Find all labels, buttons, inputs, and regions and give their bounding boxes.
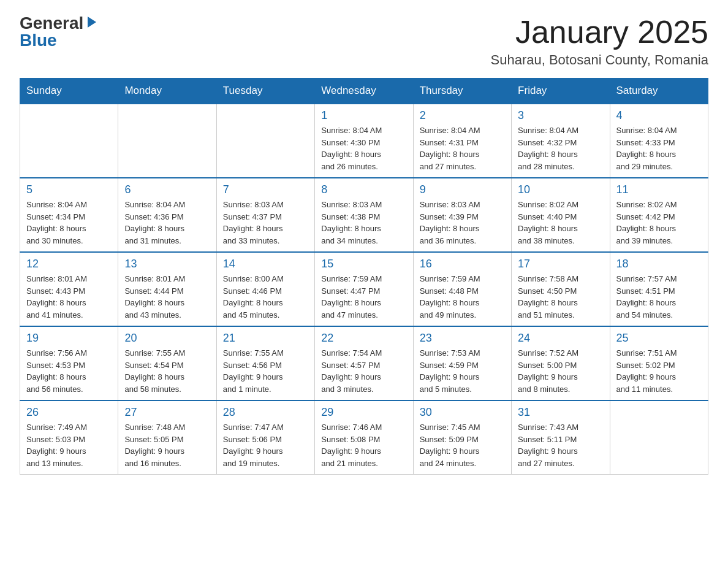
day-number: 10: [518, 183, 603, 196]
day-info: Sunrise: 7:59 AM Sunset: 4:47 PM Dayligh…: [321, 273, 406, 321]
day-info: Sunrise: 8:03 AM Sunset: 4:38 PM Dayligh…: [321, 199, 406, 247]
calendar-day-cell: 9Sunrise: 8:03 AM Sunset: 4:39 PM Daylig…: [413, 178, 511, 252]
day-info: Sunrise: 7:56 AM Sunset: 4:53 PM Dayligh…: [26, 347, 112, 395]
day-info: Sunrise: 7:47 AM Sunset: 5:06 PM Dayligh…: [223, 421, 308, 469]
day-of-week-header: Friday: [512, 79, 610, 104]
day-number: 2: [420, 109, 505, 122]
day-number: 18: [616, 258, 702, 270]
day-number: 8: [321, 183, 406, 196]
calendar-week-row: 26Sunrise: 7:49 AM Sunset: 5:03 PM Dayli…: [20, 400, 708, 475]
day-of-week-header: Wednesday: [315, 79, 413, 104]
calendar-day-cell: 24Sunrise: 7:52 AM Sunset: 5:00 PM Dayli…: [512, 326, 610, 400]
title-block: January 2025 Suharau, Botosani County, R…: [491, 15, 708, 68]
calendar-day-cell: 15Sunrise: 7:59 AM Sunset: 4:47 PM Dayli…: [315, 252, 413, 326]
calendar-day-cell: 11Sunrise: 8:02 AM Sunset: 4:42 PM Dayli…: [610, 178, 708, 252]
day-info: Sunrise: 7:53 AM Sunset: 4:59 PM Dayligh…: [420, 347, 505, 395]
calendar-day-cell: 5Sunrise: 8:04 AM Sunset: 4:34 PM Daylig…: [20, 178, 118, 252]
day-number: 29: [321, 406, 406, 419]
day-number: 11: [616, 183, 702, 196]
day-info: Sunrise: 7:57 AM Sunset: 4:51 PM Dayligh…: [616, 273, 702, 321]
day-info: Sunrise: 7:43 AM Sunset: 5:11 PM Dayligh…: [518, 421, 603, 469]
calendar-day-cell: 7Sunrise: 8:03 AM Sunset: 4:37 PM Daylig…: [216, 178, 314, 252]
calendar-day-cell: 30Sunrise: 7:45 AM Sunset: 5:09 PM Dayli…: [413, 400, 511, 475]
calendar-day-cell: 21Sunrise: 7:55 AM Sunset: 4:56 PM Dayli…: [216, 326, 314, 400]
day-of-week-header: Monday: [118, 79, 216, 104]
calendar-empty-cell: [118, 104, 216, 178]
day-number: 27: [124, 406, 210, 419]
calendar-day-cell: 25Sunrise: 7:51 AM Sunset: 5:02 PM Dayli…: [610, 326, 708, 400]
day-number: 21: [223, 332, 308, 345]
calendar-day-cell: 3Sunrise: 8:04 AM Sunset: 4:32 PM Daylig…: [512, 104, 610, 178]
calendar-table: SundayMondayTuesdayWednesdayThursdayFrid…: [20, 78, 708, 475]
calendar-week-row: 5Sunrise: 8:04 AM Sunset: 4:34 PM Daylig…: [20, 178, 708, 252]
day-number: 23: [420, 332, 505, 345]
logo: General Blue: [20, 15, 99, 49]
day-number: 3: [518, 109, 603, 122]
day-number: 14: [223, 258, 308, 270]
calendar-day-cell: 18Sunrise: 7:57 AM Sunset: 4:51 PM Dayli…: [610, 252, 708, 326]
day-number: 30: [420, 406, 505, 419]
day-number: 17: [518, 258, 603, 270]
calendar-day-cell: 29Sunrise: 7:46 AM Sunset: 5:08 PM Dayli…: [315, 400, 413, 475]
day-number: 20: [124, 332, 210, 345]
calendar-day-cell: 23Sunrise: 7:53 AM Sunset: 4:59 PM Dayli…: [413, 326, 511, 400]
calendar-day-cell: 14Sunrise: 8:00 AM Sunset: 4:46 PM Dayli…: [216, 252, 314, 326]
day-of-week-header: Thursday: [413, 79, 511, 104]
day-info: Sunrise: 7:58 AM Sunset: 4:50 PM Dayligh…: [518, 273, 603, 321]
day-info: Sunrise: 7:52 AM Sunset: 5:00 PM Dayligh…: [518, 347, 603, 395]
day-number: 22: [321, 332, 406, 345]
calendar-day-cell: 20Sunrise: 7:55 AM Sunset: 4:54 PM Dayli…: [118, 326, 216, 400]
day-number: 31: [518, 406, 603, 419]
calendar-day-cell: 26Sunrise: 7:49 AM Sunset: 5:03 PM Dayli…: [20, 400, 118, 475]
day-info: Sunrise: 7:51 AM Sunset: 5:02 PM Dayligh…: [616, 347, 702, 395]
day-number: 26: [26, 406, 112, 419]
day-info: Sunrise: 8:00 AM Sunset: 4:46 PM Dayligh…: [223, 273, 308, 321]
calendar-day-cell: 22Sunrise: 7:54 AM Sunset: 4:57 PM Dayli…: [315, 326, 413, 400]
day-info: Sunrise: 8:04 AM Sunset: 4:31 PM Dayligh…: [420, 124, 505, 172]
day-info: Sunrise: 7:55 AM Sunset: 4:54 PM Dayligh…: [124, 347, 210, 395]
calendar-day-cell: 1Sunrise: 8:04 AM Sunset: 4:30 PM Daylig…: [315, 104, 413, 178]
calendar-day-cell: 16Sunrise: 7:59 AM Sunset: 4:48 PM Dayli…: [413, 252, 511, 326]
day-info: Sunrise: 8:02 AM Sunset: 4:40 PM Dayligh…: [518, 199, 603, 247]
calendar-subtitle: Suharau, Botosani County, Romania: [491, 52, 708, 68]
calendar-day-cell: 12Sunrise: 8:01 AM Sunset: 4:43 PM Dayli…: [20, 252, 118, 326]
day-info: Sunrise: 8:04 AM Sunset: 4:34 PM Dayligh…: [26, 199, 112, 247]
day-of-week-header: Sunday: [20, 79, 118, 104]
day-number: 24: [518, 332, 603, 345]
day-info: Sunrise: 8:03 AM Sunset: 4:39 PM Dayligh…: [420, 199, 505, 247]
day-number: 25: [616, 332, 702, 345]
day-number: 5: [26, 183, 112, 196]
logo-blue-text: Blue: [20, 32, 57, 49]
day-of-week-header: Saturday: [610, 79, 708, 104]
calendar-day-cell: 17Sunrise: 7:58 AM Sunset: 4:50 PM Dayli…: [512, 252, 610, 326]
calendar-day-cell: 28Sunrise: 7:47 AM Sunset: 5:06 PM Dayli…: [216, 400, 314, 475]
calendar-empty-cell: [20, 104, 118, 178]
svg-marker-0: [88, 17, 96, 28]
day-info: Sunrise: 7:54 AM Sunset: 4:57 PM Dayligh…: [321, 347, 406, 395]
logo-triangle-icon: [85, 15, 99, 29]
calendar-title: January 2025: [491, 15, 708, 50]
day-number: 28: [223, 406, 308, 419]
day-of-week-header: Tuesday: [216, 79, 314, 104]
calendar-week-row: 1Sunrise: 8:04 AM Sunset: 4:30 PM Daylig…: [20, 104, 708, 178]
calendar-day-cell: 31Sunrise: 7:43 AM Sunset: 5:11 PM Dayli…: [512, 400, 610, 475]
day-info: Sunrise: 7:46 AM Sunset: 5:08 PM Dayligh…: [321, 421, 406, 469]
calendar-week-row: 19Sunrise: 7:56 AM Sunset: 4:53 PM Dayli…: [20, 326, 708, 400]
day-number: 16: [420, 258, 505, 270]
day-info: Sunrise: 8:04 AM Sunset: 4:32 PM Dayligh…: [518, 124, 603, 172]
day-number: 19: [26, 332, 112, 345]
calendar-header-row: SundayMondayTuesdayWednesdayThursdayFrid…: [20, 79, 708, 104]
day-info: Sunrise: 7:55 AM Sunset: 4:56 PM Dayligh…: [223, 347, 308, 395]
day-info: Sunrise: 8:04 AM Sunset: 4:36 PM Dayligh…: [124, 199, 210, 247]
day-number: 15: [321, 258, 406, 270]
calendar-day-cell: 10Sunrise: 8:02 AM Sunset: 4:40 PM Dayli…: [512, 178, 610, 252]
calendar-empty-cell: [216, 104, 314, 178]
day-info: Sunrise: 8:02 AM Sunset: 4:42 PM Dayligh…: [616, 199, 702, 247]
day-number: 13: [124, 258, 210, 270]
day-info: Sunrise: 7:49 AM Sunset: 5:03 PM Dayligh…: [26, 421, 112, 469]
day-info: Sunrise: 7:45 AM Sunset: 5:09 PM Dayligh…: [420, 421, 505, 469]
logo-general-text: General: [20, 15, 83, 32]
day-number: 12: [26, 258, 112, 270]
day-info: Sunrise: 8:04 AM Sunset: 4:33 PM Dayligh…: [616, 124, 702, 172]
day-number: 1: [321, 109, 406, 122]
